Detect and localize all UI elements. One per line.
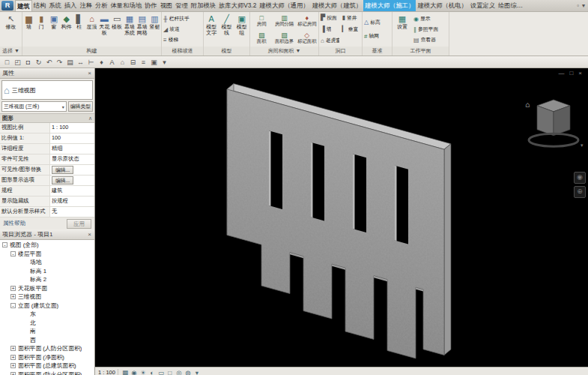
tree-expander-icon[interactable]: +	[10, 294, 16, 299]
ribbon-tab[interactable]: 设置定义	[469, 0, 497, 11]
reference-plane-button[interactable]: ∥ 参照平面	[412, 26, 449, 33]
property-row[interactable]: 视图比例 1 : 100	[0, 123, 94, 134]
view-restore-button[interactable]: □	[569, 70, 573, 76]
ribbon-cycle-icon[interactable]: ▫	[577, 0, 579, 11]
property-row[interactable]: 图形显示选项 编辑...	[0, 176, 94, 186]
tree-node[interactable]: 南	[0, 327, 94, 336]
model-text-button[interactable]: A 模型文字	[204, 12, 219, 46]
mullion-button[interactable]: ▥ 竖梃	[148, 12, 161, 46]
tree-node[interactable]: 西	[0, 336, 94, 345]
tree-node[interactable]: + 面积平面 (总建筑面积)	[0, 362, 94, 370]
save-icon[interactable]: ◘	[23, 57, 33, 68]
set-work-plane-button[interactable]: ▦ 设置	[392, 12, 412, 46]
ribbon-tab[interactable]: 族库大师V3.2	[217, 0, 258, 11]
edit-type-button[interactable]: 编辑类型	[68, 101, 93, 112]
ribbon-tab[interactable]: 绘图综…	[497, 0, 524, 11]
shadows-icon[interactable]: ◐	[148, 369, 157, 375]
property-row[interactable]: 规程 建筑	[0, 186, 94, 196]
tree-expander-icon[interactable]: -	[2, 242, 7, 248]
undo-icon[interactable]: ↶	[44, 57, 54, 68]
stair-button[interactable]: ≡ 楼梯	[162, 36, 203, 44]
ribbon-tab[interactable]: 分析	[94, 0, 109, 11]
tree-expander-icon[interactable]: -	[10, 251, 16, 256]
type-selector[interactable]: ⌂ 三维视图	[1, 80, 93, 100]
column-button[interactable]: ▋ 柱	[73, 12, 85, 46]
viewcube-menu-icon[interactable]: ▾	[581, 142, 584, 148]
pan-icon[interactable]: ⊕	[574, 186, 586, 198]
tree-expander-icon[interactable]: +	[10, 372, 16, 375]
component-button[interactable]: ◆ 构件	[60, 12, 73, 46]
dormer-opening-button[interactable]: ⌂ 老虎窗	[319, 35, 341, 46]
room-button[interactable]: □ 房间	[250, 12, 273, 29]
tree-node[interactable]: + 面积平面 (净面积)	[0, 353, 94, 362]
opening-by-face-button[interactable]: ▛ 按面	[319, 12, 341, 23]
property-value[interactable]: 精细	[50, 144, 94, 154]
tree-node[interactable]: 北	[0, 319, 94, 328]
close-icon[interactable]: ×	[87, 231, 92, 238]
ribbon-collapse-icon[interactable]: ▾	[582, 0, 585, 11]
text-icon[interactable]: A	[107, 57, 117, 68]
show-work-plane-button[interactable]: ◉ 显示	[412, 15, 449, 22]
window-opening[interactable]	[311, 142, 324, 221]
visual-style-icon[interactable]: ◉	[130, 369, 139, 375]
tree-node[interactable]: 标高 1	[0, 267, 94, 276]
property-value[interactable]: 100	[50, 134, 94, 143]
model-group-button[interactable]: ▣ 模型组	[234, 12, 249, 46]
detail-level-icon[interactable]: ▦	[121, 369, 130, 375]
grid-button[interactable]: # 轴网	[363, 32, 392, 40]
properties-header[interactable]: 属性 ×	[0, 68, 94, 79]
wall-3d[interactable]	[223, 81, 452, 367]
tree-node[interactable]: - 立面 (建筑立面)	[0, 302, 94, 310]
property-row[interactable]: 默认分析显示样式 无	[0, 207, 94, 218]
room-separator-button[interactable]: ▥ 房间分隔	[273, 12, 295, 29]
navigation-wheel-icon[interactable]: ◉	[574, 172, 586, 184]
show-crop-region-icon[interactable]: □	[166, 369, 175, 375]
view-minimize-button[interactable]: —	[558, 70, 564, 76]
property-row[interactable]: 可见性/图形替换 编辑...	[0, 165, 94, 176]
tree-expander-icon[interactable]: -	[10, 303, 16, 308]
property-value[interactable]: 1 : 100	[50, 123, 94, 133]
graphics-section-header[interactable]: 图形 ∧	[0, 113, 94, 123]
window-opening[interactable]	[269, 130, 282, 209]
area-boundary-button[interactable]: ▧ 面积边界	[273, 29, 295, 46]
curtain-grid-button[interactable]: ▤ 幕墙网格	[136, 12, 148, 46]
property-row[interactable]: 详细程度 精细	[0, 144, 94, 154]
project-browser-header[interactable]: 项目浏览器 - 项目1 ×	[0, 230, 94, 240]
window-button[interactable]: ▣ 窗	[48, 12, 61, 46]
measure-icon[interactable]: ↔	[76, 57, 85, 68]
viewer-button[interactable]: ▤ 查看器	[412, 36, 449, 44]
ribbon-tab[interactable]: 体量和场地	[109, 0, 143, 11]
collapse-icon[interactable]: ∧	[88, 114, 92, 122]
tree-node[interactable]: 场地	[0, 258, 94, 267]
property-value[interactable]: 编辑...	[50, 165, 94, 175]
ribbon-tab[interactable]: 系统	[47, 0, 63, 11]
roof-button[interactable]: ⌂ 屋顶	[85, 12, 98, 46]
viewcube[interactable]: ⌂ ▾	[525, 100, 584, 148]
ribbon-tab[interactable]: 建模大师（机电）	[416, 0, 468, 11]
switch-windows-icon[interactable]: ▣	[149, 57, 159, 68]
property-row[interactable]: 比例值 1: 100	[0, 134, 94, 144]
level-button[interactable]: △ 标高	[363, 19, 392, 26]
ribbon-tab[interactable]: 协作	[143, 0, 159, 11]
vertical-opening-button[interactable]: ▎ 垂直	[341, 23, 363, 34]
properties-help-link[interactable]: 属性帮助	[3, 220, 25, 227]
ceiling-button[interactable]: ▬ 天花板	[98, 12, 111, 46]
property-value[interactable]: 建筑	[50, 186, 94, 196]
panel-label-build[interactable]: 构建	[22, 46, 161, 56]
modify-button[interactable]: ↖ 修改	[0, 12, 22, 46]
ribbon-tab[interactable]: 建模大师（建筑）	[311, 0, 363, 11]
ribbon-tab[interactable]: 建模大师（通用）	[258, 0, 310, 11]
tree-node[interactable]: - 楼层平面	[0, 250, 94, 259]
print-icon[interactable]: ▤	[65, 57, 75, 68]
ribbon-tab[interactable]: 管理	[174, 0, 190, 11]
thin-lines-icon[interactable]: ≡	[139, 57, 148, 68]
tree-node[interactable]: - 视图 (全部)	[0, 241, 94, 250]
panel-label-datum[interactable]: 基准	[363, 46, 392, 56]
tree-node[interactable]: + 面积平面 (人防分区面积)	[0, 344, 94, 353]
ribbon-tab[interactable]: 建筑	[15, 0, 32, 11]
more-tools-icon[interactable]: ▾	[193, 369, 201, 375]
tag-room-button[interactable]: ♦ 标记房间	[296, 12, 318, 29]
tree-node[interactable]: + 三维视图	[0, 292, 94, 302]
ramp-button[interactable]: ◢ 坡道	[162, 26, 203, 33]
railing-button[interactable]: ╫ 栏杆扶手	[162, 15, 203, 22]
